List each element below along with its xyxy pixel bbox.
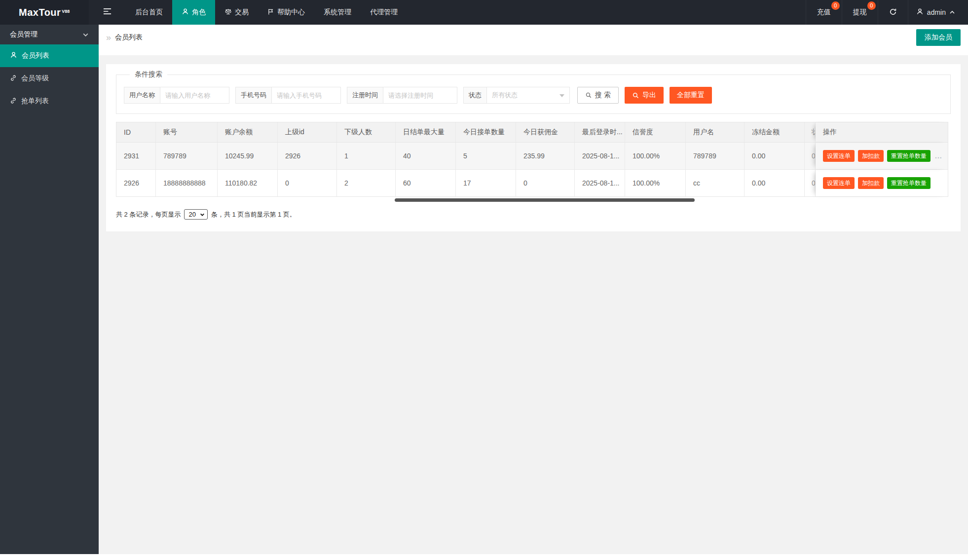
table-row: 293178978910245.9929261405235.992025-08-… <box>116 142 948 169</box>
export-button[interactable]: 导出 <box>625 87 664 104</box>
add-deduct-button[interactable]: 加扣款 <box>858 150 884 162</box>
nav-tab-help-center[interactable]: 帮助中心 <box>258 0 314 25</box>
export-button-label: 导出 <box>642 91 656 100</box>
nav-tab-dashboard[interactable]: 后台首页 <box>126 0 172 25</box>
actions-cell: 设置连单加扣款重置抢单数量 <box>816 170 949 196</box>
hamburger-icon <box>103 8 112 17</box>
table-cell: 789789 <box>686 143 745 169</box>
table-header-row: ID账号账户余额上级id下级人数日结单最大量今日接单数量今日获佣金最后登录时..… <box>116 122 948 142</box>
column-header-actions: 操作 <box>816 122 949 142</box>
column-header-11: 冻结金额 <box>745 122 805 142</box>
person-icon <box>916 8 924 17</box>
nav-tab-roles[interactable]: 角色 <box>172 0 215 25</box>
table-row: 292618888888888110180.8202601702025-08-1… <box>116 169 948 196</box>
table-cell-clipped: 0 <box>805 143 816 169</box>
username-input[interactable] <box>160 87 229 104</box>
table-cell: 18888888888 <box>156 170 218 196</box>
column-header-10: 用户名 <box>686 122 745 142</box>
table-cell: 789789 <box>156 143 218 169</box>
app-logo-text: MaxTour <box>19 7 61 18</box>
horizontal-scrollbar-thumb[interactable] <box>395 198 695 202</box>
nav-tab-agent-management[interactable]: 代理管理 <box>361 0 407 25</box>
reset-all-button-label: 全部重置 <box>677 91 705 100</box>
column-header-clipped: 状态 <box>805 122 816 142</box>
chevron-down-icon <box>200 212 205 217</box>
phone-input[interactable] <box>272 87 341 104</box>
table-cell: 40 <box>396 143 456 169</box>
table-cell: 2025-08-1... <box>575 170 625 196</box>
sidebar-item-label: 会员列表 <box>22 51 49 60</box>
set-chain-button[interactable]: 设置连单 <box>823 150 855 162</box>
refresh-button[interactable] <box>878 0 908 25</box>
nav-tab-label: 系统管理 <box>324 8 351 17</box>
withdraw-button[interactable]: 提现 0 <box>842 0 878 25</box>
username-label: admin <box>927 8 946 16</box>
nav-tab-label: 代理管理 <box>370 8 398 17</box>
status-field-label: 状态 <box>463 87 487 104</box>
table-cell: cc <box>686 170 745 196</box>
link-icon <box>10 97 17 106</box>
status-select[interactable]: 所有状态 <box>487 87 570 104</box>
user-menu[interactable]: admin <box>908 0 968 25</box>
top-navbar: MaxTour V88 后台首页 角色 交易 帮助中心 系统管理 代理管理 充值 <box>0 0 968 25</box>
search-icon <box>632 92 639 99</box>
actions-cell: 设置连单加扣款重置抢单数量... <box>816 143 949 169</box>
breadcrumb: » 会员列表 <box>106 29 143 46</box>
reset-grab-count-button[interactable]: 重置抢单数量 <box>887 177 931 189</box>
sidebar-item-member-list[interactable]: 会员列表 <box>0 44 99 67</box>
table-cell: 235.99 <box>516 143 575 169</box>
page-header-bar: » 会员列表 添加会员 <box>99 25 968 55</box>
table-cell: 0.00 <box>745 170 805 196</box>
person-icon <box>10 51 17 60</box>
phone-field-group: 手机号码 <box>235 87 341 104</box>
search-button-label: 搜 索 <box>595 91 611 100</box>
sidebar-item-label: 会员等级 <box>21 74 49 83</box>
nav-tab-label: 后台首页 <box>135 8 163 17</box>
table-cell: 60 <box>396 170 456 196</box>
app-logo-version: V88 <box>62 9 70 14</box>
double-chevron-icon: » <box>106 33 111 42</box>
column-header-0: ID <box>116 122 156 142</box>
chevron-up-icon <box>949 9 955 15</box>
menu-toggle-button[interactable] <box>89 0 126 25</box>
add-member-button[interactable]: 添加会员 <box>916 29 961 46</box>
bottom-scrollbar-track[interactable] <box>0 554 968 560</box>
table-cell: 100.00% <box>625 170 686 196</box>
table-cell: 2926 <box>116 170 156 196</box>
reset-grab-count-button[interactable]: 重置抢单数量 <box>887 150 931 162</box>
phone-field-label: 手机号码 <box>235 87 272 104</box>
search-row: 用户名称 手机号码 注册时间 状态 所有状态 <box>124 87 943 104</box>
table-cell: 0 <box>278 170 337 196</box>
sidebar-item-label: 抢单列表 <box>21 97 49 106</box>
reset-all-button[interactable]: 全部重置 <box>670 87 712 104</box>
sidebar-group-label: 会员管理 <box>10 30 37 39</box>
table-cell: 10245.99 <box>218 143 278 169</box>
table-cell: 100.00% <box>625 143 686 169</box>
table-cell: 1 <box>337 143 396 169</box>
column-header-3: 上级id <box>278 122 337 142</box>
sidebar-item-member-levels[interactable]: 会员等级 <box>0 67 99 90</box>
add-deduct-button[interactable]: 加扣款 <box>858 177 884 189</box>
refresh-icon <box>889 8 897 17</box>
withdraw-label: 提现 <box>853 8 867 17</box>
nav-tab-system-management[interactable]: 系统管理 <box>314 0 361 25</box>
more-actions-button[interactable]: ... <box>935 152 942 160</box>
recharge-button[interactable]: 充值 0 <box>806 0 842 25</box>
table-cell: 0.00 <box>745 143 805 169</box>
table-cell: 17 <box>456 170 516 196</box>
person-icon <box>182 8 189 17</box>
username-field-group: 用户名称 <box>124 87 229 104</box>
flag-icon <box>267 8 274 17</box>
nav-tab-transactions[interactable]: 交易 <box>215 0 258 25</box>
sidebar-item-grab-order-list[interactable]: 抢单列表 <box>0 90 99 112</box>
column-header-1: 账号 <box>156 122 218 142</box>
table-cell: 2 <box>337 170 396 196</box>
status-field-group: 状态 所有状态 <box>463 87 570 104</box>
set-chain-button[interactable]: 设置连单 <box>823 177 855 189</box>
pagination-footer: 共 2 条记录，每页显示 20 条，共 1 页当前显示第 1 页。 <box>116 209 951 220</box>
search-button[interactable]: 搜 索 <box>577 87 619 104</box>
sidebar-group-member-management[interactable]: 会员管理 <box>0 25 99 44</box>
page-size-select[interactable]: 20 <box>184 209 207 220</box>
register-time-input[interactable] <box>383 87 457 104</box>
sidebar: 会员管理 会员列表 会员等级 抢单列表 <box>0 25 99 554</box>
